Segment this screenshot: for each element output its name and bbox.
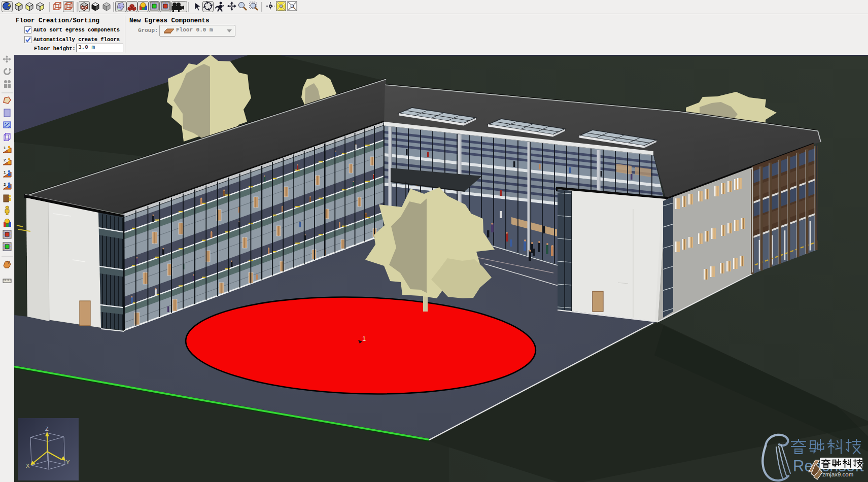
svg-text:2: 2 (4, 182, 6, 187)
svg-text:zmjax9.com: zmjax9.com (822, 471, 853, 477)
svg-text:2: 2 (4, 158, 6, 162)
svg-text:1: 1 (362, 335, 366, 342)
svg-text:Z: Z (45, 426, 49, 432)
svg-text:Y: Y (66, 459, 70, 465)
svg-text:X: X (26, 463, 30, 469)
svg-text:1: 1 (4, 170, 6, 175)
svg-text:1: 1 (4, 146, 6, 150)
